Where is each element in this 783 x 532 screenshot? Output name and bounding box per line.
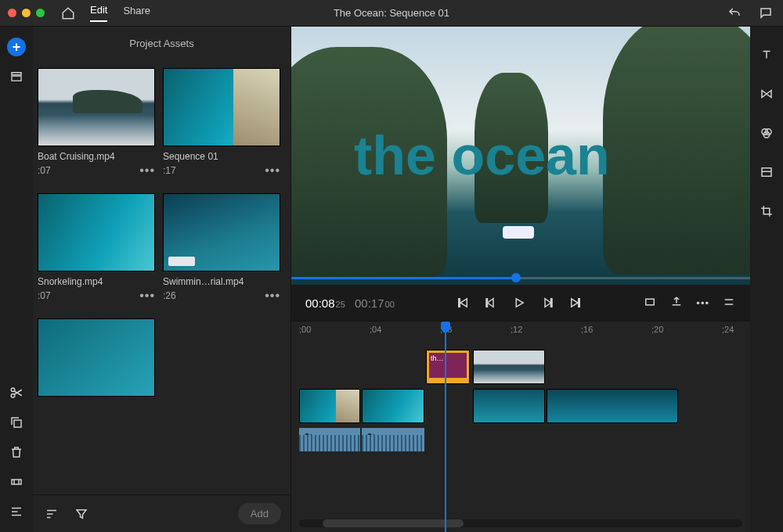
document-title: The Ocean: Sequence 01 <box>334 7 449 19</box>
window-controls <box>8 9 45 17</box>
play-button[interactable] <box>511 295 527 311</box>
playback-bar: 00:0825 00:1700 ••• <box>291 285 750 321</box>
scrub-track[interactable] <box>291 277 750 279</box>
markers-icon[interactable] <box>7 473 26 491</box>
fullscreen-button[interactable] <box>643 295 657 311</box>
svg-rect-0 <box>12 73 21 75</box>
export-button[interactable] <box>669 295 684 311</box>
sort-button[interactable] <box>42 505 61 523</box>
timeline-audio-clip[interactable] <box>362 428 424 451</box>
add-media-button[interactable]: + <box>7 38 26 56</box>
more-options-button[interactable]: ••• <box>696 297 709 309</box>
asset-duration: :07 <box>38 165 51 176</box>
add-button[interactable]: Add <box>238 503 281 524</box>
asset-name: Sequence 01 <box>163 151 280 162</box>
go-end-button[interactable] <box>568 295 583 311</box>
asset-snorkeling[interactable]: Snorkeling.mp4 :07••• <box>38 193 155 303</box>
asset-duration: :07 <box>38 290 51 301</box>
ruler-tick: ;16 <box>581 325 593 334</box>
svg-rect-5 <box>12 480 21 484</box>
asset-more-button[interactable]: ••• <box>139 164 155 178</box>
asset-sequence-01[interactable]: Sequence 01 :17••• <box>163 68 280 178</box>
preview-monitor[interactable]: the ocean <box>291 27 750 285</box>
right-sidebar <box>750 27 783 532</box>
view-menu-button[interactable] <box>722 295 736 311</box>
asset-swimming-aerial[interactable]: Swimmin…rial.mp4 :26••• <box>163 193 280 303</box>
project-panel-button[interactable] <box>7 67 26 86</box>
step-back-button[interactable] <box>483 295 499 311</box>
svg-rect-8 <box>550 299 552 307</box>
timeline-video-clip[interactable] <box>473 389 545 423</box>
go-start-button[interactable] <box>455 295 471 311</box>
asset-more-button[interactable]: ••• <box>139 289 155 303</box>
tab-share[interactable]: Share <box>123 5 150 21</box>
timecode-current: 00:08 <box>305 297 335 310</box>
comment-button[interactable] <box>756 4 775 23</box>
asset-name: Boat Cruising.mp4 <box>38 151 155 162</box>
color-icon[interactable] <box>757 124 776 142</box>
ruler-tick: ;12 <box>511 325 522 334</box>
timeline-video-clip[interactable] <box>473 350 545 384</box>
time-ruler[interactable]: ;00 ;04 ;08 ;12 ;16 ;20 ;24 <box>291 322 750 342</box>
properties-icon[interactable] <box>7 502 26 521</box>
timecode-current-frames: 25 <box>336 300 345 309</box>
asset-more-button[interactable]: ••• <box>265 164 280 178</box>
titlebar: Edit Share The Ocean: Sequence 01 <box>0 0 783 27</box>
tab-edit[interactable]: Edit <box>90 4 107 22</box>
timeline-audio-clip[interactable] <box>299 428 360 451</box>
transitions-icon[interactable] <box>757 84 776 103</box>
filter-button[interactable] <box>72 505 91 523</box>
asset-boat-cruising[interactable]: Boat Cruising.mp4 :07••• <box>38 68 155 178</box>
ruler-tick: ;00 <box>299 325 311 334</box>
clip-label: th… <box>429 353 467 378</box>
ruler-tick: ;24 <box>722 325 734 334</box>
mac-maximize-button[interactable] <box>36 9 45 17</box>
scissors-icon[interactable] <box>7 383 26 402</box>
svg-rect-7 <box>486 299 488 307</box>
project-assets-panel: Project Assets Boat Cruising.mp4 :07••• … <box>33 27 291 532</box>
asset-name: Swimmin…rial.mp4 <box>163 276 280 287</box>
left-sidebar: + <box>0 27 33 532</box>
timeline-scrollbar[interactable] <box>299 519 742 527</box>
asset-duration: :17 <box>163 165 176 176</box>
asset-name: Snorkeling.mp4 <box>38 276 155 287</box>
undo-button[interactable] <box>725 4 744 23</box>
mac-close-button[interactable] <box>8 9 16 17</box>
ruler-tick: ;04 <box>370 325 381 334</box>
asset-more-button[interactable]: ••• <box>265 289 280 303</box>
adjust-icon[interactable] <box>757 163 776 182</box>
step-forward-button[interactable] <box>539 295 555 311</box>
home-button[interactable] <box>59 4 78 23</box>
svg-rect-4 <box>14 420 21 427</box>
scrollbar-thumb[interactable] <box>323 519 464 527</box>
trash-icon[interactable] <box>7 443 26 462</box>
timecode-duration-frames: 00 <box>385 300 395 309</box>
timeline-video-clip[interactable] <box>547 389 678 423</box>
svg-rect-1 <box>12 76 21 81</box>
duplicate-icon[interactable] <box>7 413 26 432</box>
timeline[interactable]: ;00 ;04 ;08 ;12 ;16 ;20 ;24 th… <box>291 321 750 532</box>
ruler-tick: ;20 <box>651 325 663 334</box>
crop-icon[interactable] <box>757 202 776 221</box>
timeline-title-clip[interactable]: th… <box>426 350 470 384</box>
panel-title: Project Assets <box>33 27 290 60</box>
timeline-video-clip[interactable] <box>362 389 424 423</box>
mac-minimize-button[interactable] <box>22 9 31 17</box>
timecode-duration: 00:17 <box>355 297 384 310</box>
titles-icon[interactable] <box>757 45 776 64</box>
asset-extra[interactable] <box>38 318 155 397</box>
asset-duration: :26 <box>163 290 176 301</box>
timeline-video-clip[interactable] <box>299 389 360 423</box>
svg-rect-10 <box>646 299 655 305</box>
playhead[interactable] <box>445 322 446 532</box>
title-overlay: the ocean <box>354 124 610 187</box>
